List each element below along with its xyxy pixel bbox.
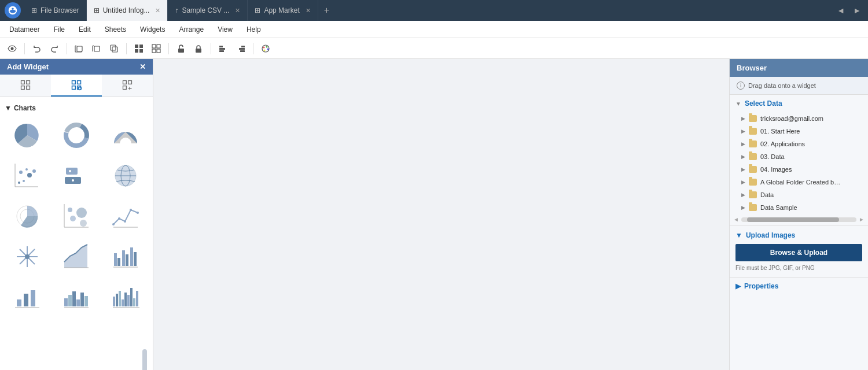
tree-label-email: tricksroad@gmail.com [760,115,823,122]
toolbar-sep-1 [24,43,25,54]
align-left-button[interactable] [216,41,231,56]
svg-point-62 [80,220,87,227]
scatter-chart-item[interactable] [5,157,50,194]
svg-rect-30 [72,81,76,84]
menu-widgets[interactable]: Widgets [138,25,167,34]
horizontal-scrollbar[interactable] [741,217,856,222]
canvas-area [153,59,729,370]
svg-rect-92 [76,299,80,306]
tab-app-market[interactable]: ⊞ App Market ✕ [248,0,318,21]
menu-sheets[interactable]: Sheets [102,25,128,34]
menu-help[interactable]: Help [244,25,263,34]
tab-untitled-infog[interactable]: ⊞ Untitled Infog... ✕ [87,0,168,21]
svg-rect-12 [157,49,160,53]
svg-point-45 [23,180,25,182]
tree-label-images: 04. Images [760,166,792,173]
svg-point-75 [25,254,30,259]
scroll-handle[interactable] [142,349,147,370]
tree-item-data[interactable]: ▶ 03. Data [730,150,868,163]
lock-button[interactable] [191,41,206,56]
svg-rect-26 [21,81,25,84]
bubble-chart-item[interactable] [54,198,100,235]
radial-chart-item[interactable] [5,198,50,235]
copy-button-2[interactable] [89,41,104,56]
nav-left-button[interactable]: ◄ [834,6,847,15]
menu-arrange[interactable]: Arrange [176,25,206,34]
svg-point-41 [120,138,131,149]
svg-rect-36 [128,81,132,84]
svg-rect-27 [27,81,30,84]
toolbar-sep-6 [253,43,253,54]
svg-point-25 [264,49,266,51]
svg-rect-79 [117,258,120,266]
line-scatter-item[interactable] [102,198,148,235]
svg-point-46 [32,169,36,173]
svg-rect-29 [27,86,30,90]
svg-rect-4 [112,47,117,52]
copy-button-1[interactable] [72,41,87,56]
tree-item-data2[interactable]: ▶ Data [730,188,868,201]
copy-button-3[interactable] [106,41,122,56]
redo-button[interactable] [47,41,62,56]
grouped-bar-chart-item[interactable] [102,238,148,275]
untitled-icon: ⊞ [94,6,100,14]
tag-chart-item[interactable] [54,157,100,194]
tab-file-browser[interactable]: ⊞ File Browser [24,0,87,21]
charts-collapse-icon[interactable]: ▼ [5,104,12,112]
align-right-button[interactable] [233,41,248,56]
undo-button[interactable] [30,41,45,56]
upload-images-header[interactable]: ▼ Upload Images [735,231,862,239]
tree-item-images[interactable]: ▶ 04. Images [730,163,868,176]
menu-datameer[interactable]: Datameer [7,25,42,34]
snowflake-chart-item[interactable] [5,238,50,275]
close-widget-panel-button[interactable]: ✕ [139,62,146,71]
menu-file[interactable]: File [52,25,67,34]
svg-point-67 [124,220,126,223]
scroll-right-button[interactable]: ► [859,216,865,223]
tree-item-data-sample[interactable]: ▶ Data Sample [730,201,868,214]
scroll-left-button[interactable]: ◄ [733,216,739,223]
grid-button-2[interactable] [149,41,164,56]
svg-rect-19 [239,48,245,50]
bar-chart-1[interactable] [5,279,50,316]
svg-point-22 [263,46,265,48]
close-untitled-button[interactable]: ✕ [155,7,160,14]
tree-item-global-folder[interactable]: ▶ A Global Folder Created by a us... [730,176,868,188]
menu-view[interactable]: View [215,25,235,34]
donut-chart-item[interactable] [54,117,100,154]
area-chart-item[interactable] [54,238,100,275]
menu-edit[interactable]: Edit [76,25,93,34]
tree-item-email[interactable]: ▶ tricksroad@gmail.com [730,112,868,125]
folder-icon-global-folder [749,179,757,186]
tab-sample-csv[interactable]: ↑ Sample CSV ... ✕ [168,0,248,21]
close-app-market-button[interactable]: ✕ [306,7,311,14]
folder-icon-start-here [749,128,757,135]
svg-rect-17 [219,50,224,52]
add-tab-button[interactable]: + [318,5,335,16]
tab-bar: ⊞ File Browser ⊞ Untitled Infog... ✕ ↑ S… [24,0,834,21]
tree-item-applications[interactable]: ▶ 02. Applications [730,138,868,150]
widget-tab-2[interactable] [51,75,102,97]
charts-label: Charts [14,104,36,112]
tree-item-start-here[interactable]: ▶ 01. Start Here [730,125,868,138]
eye-button[interactable] [5,41,20,56]
unlock-button[interactable] [174,41,189,56]
upload-images-arrow: ▼ [735,231,742,239]
tree-arrow-images: ▶ [741,166,745,172]
globe-chart-item[interactable] [102,157,148,194]
widget-tab-3[interactable] [102,75,153,97]
pie-chart-item[interactable] [5,117,50,154]
browse-upload-button[interactable]: Browse & Upload [735,244,862,261]
grid-button-1[interactable] [131,41,146,56]
close-sample-csv-button[interactable]: ✕ [235,7,240,14]
semi-pie-chart-item[interactable] [102,117,148,154]
svg-rect-5 [135,45,138,48]
bar-chart-3[interactable] [102,279,148,316]
svg-rect-100 [124,293,127,306]
nav-right-button[interactable]: ► [851,6,863,15]
properties-header[interactable]: ▶ Properties [735,282,862,290]
bar-chart-2[interactable] [54,279,100,316]
palette-button[interactable] [258,41,273,56]
select-data-header[interactable]: ▼ Select Data [730,95,868,112]
widget-tab-1[interactable] [0,75,51,97]
